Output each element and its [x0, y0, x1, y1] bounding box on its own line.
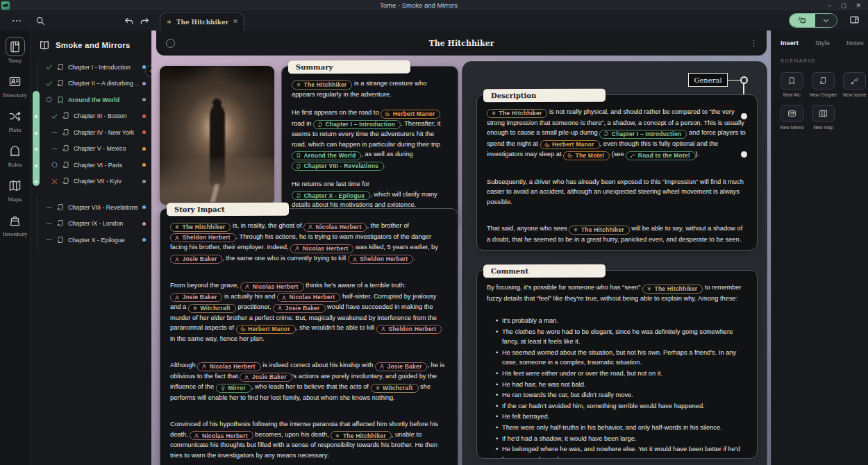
- scene-icon[interactable]: [843, 72, 866, 90]
- ref-pill-scene[interactable]: Road to the Motel: [626, 151, 695, 160]
- rail-item-label: Inventory: [3, 231, 27, 237]
- ref-pill-location[interactable]: Herbert Manor: [381, 110, 440, 119]
- arc-progress-bar[interactable]: [33, 91, 40, 186]
- paragraph: Although Nicolas Herbert is indeed corre…: [170, 360, 448, 403]
- rail-item-tomy[interactable]: Tomy: [0, 37, 31, 64]
- ref-pill-location[interactable]: Herbert Manor: [540, 140, 600, 149]
- chapter-row[interactable]: Around the World: [42, 92, 149, 108]
- rail-item-plots[interactable]: Plots: [0, 106, 31, 133]
- chapter-row[interactable]: Chapter VII - Kyiv: [42, 174, 149, 190]
- chapter-row[interactable]: Chapter VI - Paris: [42, 157, 149, 174]
- ref-pill-person[interactable]: Nicolas Herbert: [240, 282, 303, 291]
- chapter-row[interactable]: Chapter V - Mexico: [42, 141, 149, 158]
- arc-icon[interactable]: [781, 72, 803, 90]
- ref-pill-creature[interactable]: Witchcraft: [371, 384, 419, 393]
- ref-pill-person[interactable]: Nicolas Herbert: [303, 223, 367, 232]
- ref-pill-arc[interactable]: Around the World: [292, 151, 361, 160]
- chapter-row[interactable]: Chapter VIII - Revelations: [42, 199, 149, 216]
- book-icon: [39, 40, 50, 51]
- chapter-icon[interactable]: [812, 72, 835, 90]
- chapter-icon: [62, 128, 70, 137]
- ref-pill-chapter[interactable]: Chapter X - Epilogue: [292, 191, 370, 200]
- tool-button-label: New Chapter: [810, 92, 837, 97]
- ref-pill-person[interactable]: Sheldon Herbert: [348, 255, 414, 264]
- ref-pill-person[interactable]: Nicolas Herbert: [190, 431, 253, 440]
- story-impact-card-label: Story Impact: [167, 203, 289, 217]
- ref-pill-person[interactable]: Josie Baker: [273, 304, 325, 313]
- chapter-row[interactable]: Chapter II – A disturbing ...: [42, 76, 149, 92]
- ref-pill-creature[interactable]: The Hitchhiker: [170, 223, 231, 232]
- tab-style[interactable]: Style: [815, 39, 830, 46]
- chapter-row[interactable]: Chapter III - Boston: [42, 108, 149, 125]
- ref-pill-creature[interactable]: The Hitchhiker: [292, 81, 352, 90]
- rail-item-maps[interactable]: Maps: [0, 176, 31, 203]
- ref-pill-person[interactable]: Sheldon Herbert: [170, 233, 236, 242]
- ref-pill-location[interactable]: The Motel: [563, 151, 610, 160]
- tool-new-memo[interactable]: New Memo: [781, 105, 803, 130]
- tool-new-chapter[interactable]: New Chapter: [812, 72, 835, 97]
- ref-pill-creature[interactable]: The Hitchhiker: [642, 285, 703, 294]
- memo-icon[interactable]: [781, 105, 803, 122]
- tab-insert[interactable]: Insert: [781, 39, 799, 46]
- tab-the-hitchhiker[interactable]: The Hitchhiker ✕: [160, 12, 244, 31]
- ref-pill-person[interactable]: Sheldon Herbert: [376, 325, 442, 334]
- ref-pill-item[interactable]: Mirror: [216, 384, 251, 393]
- search-icon[interactable]: [33, 14, 47, 28]
- tab-notes[interactable]: Notes: [846, 39, 864, 46]
- chapter-row[interactable]: Chapter X - Epilogue: [42, 232, 149, 248]
- ref-pill-creature[interactable]: The Hitchhiker: [569, 226, 629, 235]
- tool-new-scene[interactable]: New scene: [843, 72, 866, 97]
- rail-item-roles[interactable]: Roles: [0, 141, 31, 168]
- map-icon[interactable]: [812, 105, 835, 122]
- ref-pill-person[interactable]: Nicolas Herbert: [197, 362, 260, 371]
- rail-item-inventory[interactable]: Inventory: [0, 210, 31, 237]
- chapter-status-dot: [142, 130, 146, 134]
- comment-bullets: It's probably a man.The clothes he wore …: [487, 316, 747, 458]
- undo-icon[interactable]: [122, 14, 136, 28]
- ref-pill-person[interactable]: Nicolas Herbert: [290, 244, 353, 253]
- menu-dots-icon[interactable]: [10, 14, 24, 28]
- maximize-icon[interactable]: ◻: [841, 2, 846, 9]
- panel-toggle-icon[interactable]: [849, 15, 860, 25]
- redo-icon[interactable]: [137, 14, 151, 28]
- ref-pill-person[interactable]: Nicolas Herbert: [277, 293, 340, 302]
- chapter-label: Chapter VIII - Revelations: [68, 204, 139, 211]
- ref-pill-person[interactable]: Josie Baker: [375, 362, 427, 371]
- timeline-dot[interactable]: [741, 151, 747, 158]
- ref-pill-creature[interactable]: The Hitchhiker: [487, 109, 547, 118]
- directory-icon: [6, 71, 25, 91]
- rail-item-label: Plots: [8, 127, 21, 133]
- ref-pill-location[interactable]: Herbert Manor: [236, 325, 296, 334]
- chapter-row[interactable]: Chapter IX - London: [42, 216, 149, 232]
- chapter-label: Chapter II – A disturbing ...: [68, 80, 139, 87]
- timeline-marker-icon[interactable]: [740, 76, 748, 84]
- milestone-general[interactable]: General: [688, 73, 728, 87]
- icon-rail: TomyDirectoryPlotsRolesMapsInventory: [0, 31, 31, 465]
- timeline-dot[interactable]: [741, 113, 747, 119]
- paragraph: Subsequently, a driver who has already b…: [487, 177, 747, 208]
- ref-pill-person[interactable]: Josie Baker: [240, 373, 292, 382]
- ref-pill-creature[interactable]: The Hitchhiker: [331, 431, 391, 440]
- tool-new-arc[interactable]: New Arc: [781, 72, 803, 97]
- chapter-row[interactable]: Chapter I - Introduction: [42, 59, 149, 76]
- chapter-status-dot: [142, 205, 146, 209]
- ref-pill-chapter[interactable]: Chapter I – Introduction: [313, 120, 401, 129]
- hitchhiker-photo[interactable]: [160, 66, 274, 205]
- ref-pill-person[interactable]: Josie Baker: [170, 255, 222, 264]
- roll-dice-button[interactable]: [790, 14, 815, 27]
- doc-menu-icon[interactable]: ⋮: [750, 39, 758, 48]
- ref-pill-person[interactable]: Josie Baker: [170, 293, 222, 302]
- roll-options-button[interactable]: [815, 14, 837, 27]
- ref-pill-creature[interactable]: Witchcraft: [188, 304, 236, 313]
- ref-pill-chapter[interactable]: Chapter VIII - Revelations: [292, 162, 384, 171]
- ref-pill-chapter[interactable]: Chapter I – Introduction: [599, 130, 687, 139]
- tab-close-icon[interactable]: ✕: [233, 19, 238, 25]
- minimize-icon[interactable]: –: [828, 2, 831, 9]
- chapter-row[interactable]: Chapter IV - New York: [42, 124, 149, 141]
- tool-new-map[interactable]: New map: [812, 105, 835, 130]
- chapter-label: Chapter III - Boston: [74, 112, 139, 119]
- rail-item-directory[interactable]: Directory: [0, 71, 31, 99]
- tool-button-label: New scene: [843, 92, 867, 97]
- close-icon[interactable]: ✕: [856, 2, 861, 9]
- story-impact-text: The Hitchhiker is, in reality, the ghost…: [170, 221, 448, 461]
